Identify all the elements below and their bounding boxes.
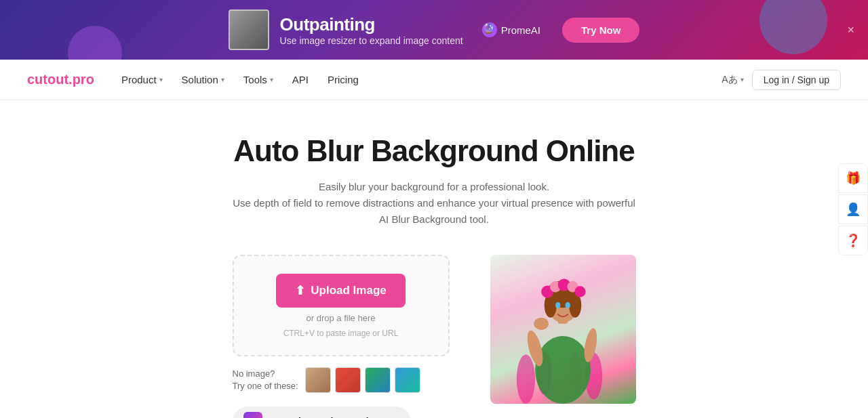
translate-button[interactable]: Aあ ▾ (722, 74, 743, 86)
nav-links: Product ▾ Solution ▾ Tools ▾ API Pricing (121, 74, 722, 85)
sample-image-3[interactable] (365, 367, 391, 393)
svg-point-16 (574, 286, 585, 297)
svg-point-17 (555, 302, 560, 308)
logo[interactable]: cutout.pro (27, 72, 94, 87)
banner-thumbnail (229, 9, 269, 50)
sample-image-1[interactable] (305, 367, 331, 393)
upload-button-label: Upload Image (311, 284, 386, 297)
svg-point-18 (566, 302, 570, 308)
upload-dropzone[interactable]: ⬆ Upload Image or drop a file here CTRL+… (233, 255, 450, 356)
translate-icon: Aあ (722, 74, 737, 86)
app-icon: ◎ (243, 412, 262, 418)
main-content: Auto Blur Background Online Easily blur … (0, 100, 868, 418)
page-subtitle: Easily blur your background for a profes… (231, 179, 637, 228)
sample-thumbs (305, 367, 420, 393)
sidebar-help-button[interactable]: ❓ (838, 226, 868, 255)
drop-hint: or drop a file here (307, 313, 376, 323)
try-now-button[interactable]: Try Now (562, 18, 639, 43)
chevron-down-icon: ▾ (159, 76, 163, 83)
sidebar-icons: 🎁 👤 ❓ (838, 163, 868, 255)
sample-images-row: No image? Try one of these: (233, 367, 420, 393)
gift-icon: 🎁 (846, 171, 861, 186)
navbar: cutout.pro Product ▾ Solution ▾ Tools ▾ … (0, 60, 868, 100)
upload-button[interactable]: ⬆ Upload Image (276, 274, 405, 308)
nav-product[interactable]: Product ▾ (121, 74, 163, 85)
preview-woman-svg (509, 268, 617, 404)
svg-point-0 (517, 354, 535, 404)
preview-image (490, 255, 636, 404)
nav-tools[interactable]: Tools ▾ (243, 74, 273, 85)
promeai-brand: 🔮 PromeAI (482, 22, 540, 37)
chevron-down-icon: ▾ (741, 76, 744, 83)
banner-title: Outpainting (280, 14, 463, 35)
login-button[interactable]: Log in / Sign up (752, 70, 841, 90)
chevron-down-icon: ▾ (270, 76, 273, 83)
sample-image-4[interactable] (395, 367, 420, 393)
nav-right: Aあ ▾ Log in / Sign up (722, 70, 841, 90)
page-title: Auto Blur Background Online (233, 134, 634, 168)
sample-image-2[interactable] (335, 367, 361, 393)
chevron-down-icon: ▾ (221, 76, 224, 83)
nav-api-label: API (292, 74, 309, 85)
app-promo-link[interactable]: ◎ Free Blur Background APP › (233, 406, 412, 418)
promeai-icon: 🔮 (482, 22, 497, 37)
nav-tools-label: Tools (243, 74, 267, 85)
no-image-label: No image? Try one of these: (233, 368, 298, 392)
help-icon: ❓ (846, 233, 861, 248)
nav-solution-label: Solution (182, 74, 218, 85)
svg-point-4 (535, 336, 591, 404)
sidebar-user-button[interactable]: 👤 (838, 194, 868, 224)
promeai-label: PromeAI (501, 24, 540, 36)
paste-hint: CTRL+V to paste image or URL (283, 329, 399, 338)
upload-section: ⬆ Upload Image or drop a file here CTRL+… (233, 255, 450, 418)
nav-pricing[interactable]: Pricing (328, 74, 359, 85)
preview-img-inner (490, 255, 636, 404)
content-area: ⬆ Upload Image or drop a file here CTRL+… (102, 255, 766, 418)
nav-product-label: Product (121, 74, 157, 85)
nav-solution[interactable]: Solution ▾ (182, 74, 224, 85)
sidebar-gift-button[interactable]: 🎁 (838, 163, 868, 193)
promo-banner: Outpainting Use image resizer to expand … (0, 0, 868, 60)
nav-pricing-label: Pricing (328, 74, 359, 85)
svg-point-19 (534, 318, 549, 330)
subtitle-line2: Use depth of field to remove distraction… (233, 197, 635, 225)
banner-subtitle: Use image resizer to expand image conten… (280, 35, 463, 46)
nav-api[interactable]: API (292, 74, 309, 85)
upload-icon: ⬆ (295, 283, 305, 298)
user-icon: 👤 (846, 202, 861, 217)
subtitle-line1: Easily blur your background for a profes… (319, 181, 549, 192)
banner-close-button[interactable]: × (847, 23, 854, 37)
